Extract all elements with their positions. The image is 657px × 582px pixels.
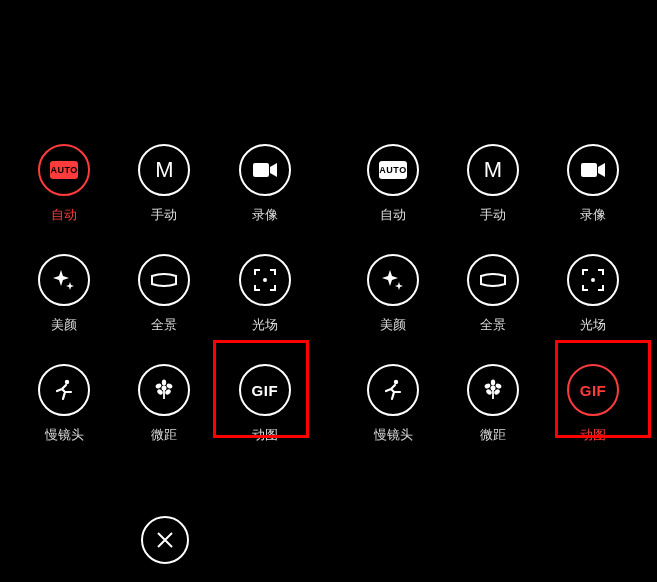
mode-pano[interactable]: 全景 bbox=[124, 254, 204, 334]
mode-video[interactable]: 录像 bbox=[553, 144, 633, 224]
svg-point-10 bbox=[591, 278, 595, 282]
mode-beauty-circle bbox=[38, 254, 90, 306]
mode-manual[interactable]: M 手动 bbox=[453, 144, 533, 224]
mode-label: 自动 bbox=[51, 206, 77, 224]
mode-manual-circle: M bbox=[138, 144, 190, 196]
mode-pano-circle bbox=[138, 254, 190, 306]
mode-label: 慢镜头 bbox=[45, 426, 84, 444]
mode-label: 全景 bbox=[151, 316, 177, 334]
auto-icon: AUTO bbox=[379, 161, 407, 179]
m-icon: M bbox=[484, 157, 502, 183]
mode-pano-circle bbox=[467, 254, 519, 306]
mode-gif-circle: GIF bbox=[567, 364, 619, 416]
mode-label: 手动 bbox=[151, 206, 177, 224]
mode-video-circle bbox=[239, 144, 291, 196]
mode-beauty[interactable]: 美颜 bbox=[353, 254, 433, 334]
m-icon: M bbox=[155, 157, 173, 183]
mode-label: 微距 bbox=[480, 426, 506, 444]
mode-manual[interactable]: M 手动 bbox=[124, 144, 204, 224]
mode-label: 微距 bbox=[151, 426, 177, 444]
svg-point-5 bbox=[155, 383, 162, 390]
focus-icon bbox=[254, 269, 276, 291]
mode-label: 自动 bbox=[380, 206, 406, 224]
mode-lightfield[interactable]: 光场 bbox=[225, 254, 305, 334]
mode-macro-circle bbox=[138, 364, 190, 416]
mode-gif[interactable]: GIF 动图 bbox=[553, 364, 633, 444]
mode-label: 美颜 bbox=[51, 316, 77, 334]
focus-icon bbox=[582, 269, 604, 291]
mode-label: 光场 bbox=[580, 316, 606, 334]
runner-icon bbox=[382, 379, 404, 401]
svg-point-6 bbox=[166, 383, 173, 390]
mode-grid: AUTO 自动 M 手动 录像 美颜 bbox=[14, 144, 315, 444]
mode-macro-circle bbox=[467, 364, 519, 416]
mode-lightfield-circle bbox=[239, 254, 291, 306]
flower-icon bbox=[482, 379, 504, 401]
mode-auto[interactable]: AUTO 自动 bbox=[353, 144, 433, 224]
mode-label: 录像 bbox=[252, 206, 278, 224]
mode-label: 光场 bbox=[252, 316, 278, 334]
pano-icon bbox=[151, 273, 177, 287]
mode-label: 动图 bbox=[580, 426, 606, 444]
svg-point-12 bbox=[491, 386, 496, 391]
mode-auto-circle: AUTO bbox=[38, 144, 90, 196]
video-icon bbox=[253, 162, 277, 178]
mode-label: 美颜 bbox=[380, 316, 406, 334]
mode-label: 手动 bbox=[480, 206, 506, 224]
mode-pano[interactable]: 全景 bbox=[453, 254, 533, 334]
gif-icon: GIF bbox=[580, 382, 607, 399]
pano-icon bbox=[480, 273, 506, 287]
svg-point-4 bbox=[162, 380, 166, 386]
mode-grid: AUTO 自动 M 手动 录像 美颜 bbox=[343, 144, 643, 444]
mode-label: 慢镜头 bbox=[374, 426, 413, 444]
flower-icon bbox=[153, 379, 175, 401]
svg-point-2 bbox=[65, 380, 69, 384]
mode-slowmo-circle bbox=[38, 364, 90, 416]
svg-point-13 bbox=[491, 380, 495, 386]
mode-beauty[interactable]: 美颜 bbox=[24, 254, 104, 334]
mode-macro[interactable]: 微距 bbox=[124, 364, 204, 444]
mode-manual-circle: M bbox=[467, 144, 519, 196]
camera-mode-panel: AUTO 自动 M 手动 录像 美颜 bbox=[14, 34, 315, 572]
svg-rect-9 bbox=[581, 163, 597, 177]
mode-label: 动图 bbox=[252, 426, 278, 444]
svg-point-11 bbox=[394, 380, 398, 384]
mode-label: 全景 bbox=[480, 316, 506, 334]
mode-auto-circle: AUTO bbox=[367, 144, 419, 196]
svg-point-3 bbox=[162, 386, 167, 391]
screen-right: AUTO 自动 M 手动 录像 美颜 bbox=[329, 0, 657, 582]
mode-beauty-circle bbox=[367, 254, 419, 306]
gif-icon: GIF bbox=[252, 382, 279, 399]
close-button[interactable] bbox=[141, 516, 189, 564]
video-icon bbox=[581, 162, 605, 178]
mode-gif-circle: GIF bbox=[239, 364, 291, 416]
mode-macro[interactable]: 微距 bbox=[453, 364, 533, 444]
mode-label: 录像 bbox=[580, 206, 606, 224]
mode-video-circle bbox=[567, 144, 619, 196]
mode-lightfield-circle bbox=[567, 254, 619, 306]
mode-slowmo[interactable]: 慢镜头 bbox=[24, 364, 104, 444]
svg-point-14 bbox=[484, 383, 491, 390]
runner-icon bbox=[53, 379, 75, 401]
mode-gif[interactable]: GIF 动图 bbox=[225, 364, 305, 444]
svg-point-1 bbox=[263, 278, 267, 282]
screen-left: AUTO 自动 M 手动 录像 美颜 bbox=[0, 0, 329, 582]
mode-video[interactable]: 录像 bbox=[225, 144, 305, 224]
mode-auto[interactable]: AUTO 自动 bbox=[24, 144, 104, 224]
mode-lightfield[interactable]: 光场 bbox=[553, 254, 633, 334]
close-icon bbox=[156, 531, 174, 549]
auto-icon: AUTO bbox=[50, 161, 78, 179]
sparkle-icon bbox=[381, 268, 405, 292]
svg-point-15 bbox=[495, 383, 502, 390]
svg-rect-0 bbox=[253, 163, 269, 177]
sparkle-icon bbox=[52, 268, 76, 292]
mode-slowmo[interactable]: 慢镜头 bbox=[353, 364, 433, 444]
mode-slowmo-circle bbox=[367, 364, 419, 416]
camera-mode-panel: AUTO 自动 M 手动 录像 美颜 bbox=[343, 34, 643, 572]
